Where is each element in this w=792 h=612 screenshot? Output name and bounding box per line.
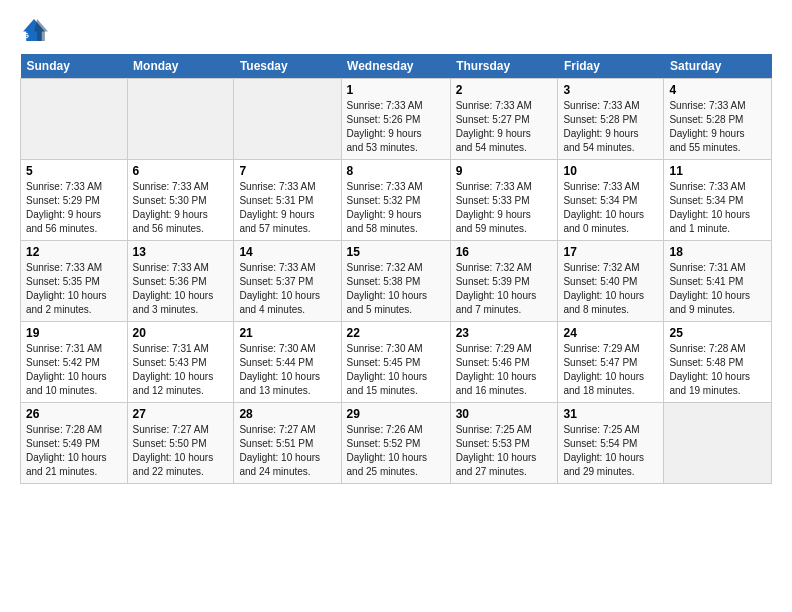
calendar-table: SundayMondayTuesdayWednesdayThursdayFrid… [20, 54, 772, 484]
logo-icon: G [20, 16, 48, 44]
day-info: Sunrise: 7:33 AM Sunset: 5:35 PM Dayligh… [26, 261, 122, 317]
day-info: Sunrise: 7:25 AM Sunset: 5:53 PM Dayligh… [456, 423, 553, 479]
calendar-cell: 22Sunrise: 7:30 AM Sunset: 5:45 PM Dayli… [341, 322, 450, 403]
calendar-cell: 19Sunrise: 7:31 AM Sunset: 5:42 PM Dayli… [21, 322, 128, 403]
day-info: Sunrise: 7:33 AM Sunset: 5:29 PM Dayligh… [26, 180, 122, 236]
day-info: Sunrise: 7:33 AM Sunset: 5:34 PM Dayligh… [563, 180, 658, 236]
day-info: Sunrise: 7:33 AM Sunset: 5:28 PM Dayligh… [669, 99, 766, 155]
day-info: Sunrise: 7:33 AM Sunset: 5:28 PM Dayligh… [563, 99, 658, 155]
day-number: 17 [563, 245, 658, 259]
day-info: Sunrise: 7:29 AM Sunset: 5:47 PM Dayligh… [563, 342, 658, 398]
day-info: Sunrise: 7:32 AM Sunset: 5:38 PM Dayligh… [347, 261, 445, 317]
week-row-1: 1Sunrise: 7:33 AM Sunset: 5:26 PM Daylig… [21, 79, 772, 160]
calendar-cell: 3Sunrise: 7:33 AM Sunset: 5:28 PM Daylig… [558, 79, 664, 160]
weekday-header-row: SundayMondayTuesdayWednesdayThursdayFrid… [21, 54, 772, 79]
calendar-cell [21, 79, 128, 160]
day-number: 31 [563, 407, 658, 421]
calendar-cell: 23Sunrise: 7:29 AM Sunset: 5:46 PM Dayli… [450, 322, 558, 403]
day-info: Sunrise: 7:27 AM Sunset: 5:51 PM Dayligh… [239, 423, 335, 479]
day-number: 8 [347, 164, 445, 178]
week-row-5: 26Sunrise: 7:28 AM Sunset: 5:49 PM Dayli… [21, 403, 772, 484]
header: G [20, 16, 772, 44]
day-info: Sunrise: 7:29 AM Sunset: 5:46 PM Dayligh… [456, 342, 553, 398]
calendar-cell: 11Sunrise: 7:33 AM Sunset: 5:34 PM Dayli… [664, 160, 772, 241]
day-number: 14 [239, 245, 335, 259]
day-number: 2 [456, 83, 553, 97]
calendar-cell: 5Sunrise: 7:33 AM Sunset: 5:29 PM Daylig… [21, 160, 128, 241]
calendar-cell: 17Sunrise: 7:32 AM Sunset: 5:40 PM Dayli… [558, 241, 664, 322]
day-number: 21 [239, 326, 335, 340]
day-number: 4 [669, 83, 766, 97]
day-info: Sunrise: 7:33 AM Sunset: 5:30 PM Dayligh… [133, 180, 229, 236]
day-number: 18 [669, 245, 766, 259]
weekday-header-friday: Friday [558, 54, 664, 79]
calendar-cell: 18Sunrise: 7:31 AM Sunset: 5:41 PM Dayli… [664, 241, 772, 322]
calendar-cell: 24Sunrise: 7:29 AM Sunset: 5:47 PM Dayli… [558, 322, 664, 403]
day-number: 25 [669, 326, 766, 340]
day-info: Sunrise: 7:33 AM Sunset: 5:33 PM Dayligh… [456, 180, 553, 236]
weekday-header-thursday: Thursday [450, 54, 558, 79]
day-number: 1 [347, 83, 445, 97]
day-number: 5 [26, 164, 122, 178]
day-info: Sunrise: 7:33 AM Sunset: 5:32 PM Dayligh… [347, 180, 445, 236]
calendar-cell: 1Sunrise: 7:33 AM Sunset: 5:26 PM Daylig… [341, 79, 450, 160]
day-number: 11 [669, 164, 766, 178]
day-number: 27 [133, 407, 229, 421]
day-info: Sunrise: 7:28 AM Sunset: 5:48 PM Dayligh… [669, 342, 766, 398]
day-info: Sunrise: 7:31 AM Sunset: 5:42 PM Dayligh… [26, 342, 122, 398]
day-info: Sunrise: 7:27 AM Sunset: 5:50 PM Dayligh… [133, 423, 229, 479]
day-info: Sunrise: 7:26 AM Sunset: 5:52 PM Dayligh… [347, 423, 445, 479]
weekday-header-tuesday: Tuesday [234, 54, 341, 79]
page: G SundayMondayTuesdayWednesdayThursdayFr… [0, 0, 792, 494]
calendar-cell: 12Sunrise: 7:33 AM Sunset: 5:35 PM Dayli… [21, 241, 128, 322]
day-info: Sunrise: 7:33 AM Sunset: 5:26 PM Dayligh… [347, 99, 445, 155]
day-info: Sunrise: 7:30 AM Sunset: 5:45 PM Dayligh… [347, 342, 445, 398]
day-number: 7 [239, 164, 335, 178]
calendar-cell: 14Sunrise: 7:33 AM Sunset: 5:37 PM Dayli… [234, 241, 341, 322]
calendar-cell: 26Sunrise: 7:28 AM Sunset: 5:49 PM Dayli… [21, 403, 128, 484]
calendar-cell: 28Sunrise: 7:27 AM Sunset: 5:51 PM Dayli… [234, 403, 341, 484]
day-number: 9 [456, 164, 553, 178]
day-number: 3 [563, 83, 658, 97]
day-number: 6 [133, 164, 229, 178]
day-number: 12 [26, 245, 122, 259]
calendar-cell: 20Sunrise: 7:31 AM Sunset: 5:43 PM Dayli… [127, 322, 234, 403]
calendar-cell: 31Sunrise: 7:25 AM Sunset: 5:54 PM Dayli… [558, 403, 664, 484]
week-row-2: 5Sunrise: 7:33 AM Sunset: 5:29 PM Daylig… [21, 160, 772, 241]
calendar-cell: 9Sunrise: 7:33 AM Sunset: 5:33 PM Daylig… [450, 160, 558, 241]
day-number: 19 [26, 326, 122, 340]
day-info: Sunrise: 7:32 AM Sunset: 5:40 PM Dayligh… [563, 261, 658, 317]
calendar-cell: 4Sunrise: 7:33 AM Sunset: 5:28 PM Daylig… [664, 79, 772, 160]
weekday-header-wednesday: Wednesday [341, 54, 450, 79]
logo: G [20, 16, 52, 44]
weekday-header-sunday: Sunday [21, 54, 128, 79]
day-info: Sunrise: 7:32 AM Sunset: 5:39 PM Dayligh… [456, 261, 553, 317]
weekday-header-saturday: Saturday [664, 54, 772, 79]
day-number: 13 [133, 245, 229, 259]
day-number: 15 [347, 245, 445, 259]
week-row-4: 19Sunrise: 7:31 AM Sunset: 5:42 PM Dayli… [21, 322, 772, 403]
day-number: 22 [347, 326, 445, 340]
day-number: 23 [456, 326, 553, 340]
day-number: 10 [563, 164, 658, 178]
day-info: Sunrise: 7:28 AM Sunset: 5:49 PM Dayligh… [26, 423, 122, 479]
calendar-cell: 6Sunrise: 7:33 AM Sunset: 5:30 PM Daylig… [127, 160, 234, 241]
calendar-cell: 8Sunrise: 7:33 AM Sunset: 5:32 PM Daylig… [341, 160, 450, 241]
calendar-cell [234, 79, 341, 160]
calendar-cell: 29Sunrise: 7:26 AM Sunset: 5:52 PM Dayli… [341, 403, 450, 484]
day-info: Sunrise: 7:33 AM Sunset: 5:37 PM Dayligh… [239, 261, 335, 317]
calendar-cell: 2Sunrise: 7:33 AM Sunset: 5:27 PM Daylig… [450, 79, 558, 160]
svg-text:G: G [23, 31, 29, 40]
day-number: 24 [563, 326, 658, 340]
day-number: 29 [347, 407, 445, 421]
day-number: 30 [456, 407, 553, 421]
calendar-cell: 10Sunrise: 7:33 AM Sunset: 5:34 PM Dayli… [558, 160, 664, 241]
calendar-cell [127, 79, 234, 160]
calendar-cell [664, 403, 772, 484]
calendar-cell: 21Sunrise: 7:30 AM Sunset: 5:44 PM Dayli… [234, 322, 341, 403]
day-info: Sunrise: 7:33 AM Sunset: 5:34 PM Dayligh… [669, 180, 766, 236]
day-number: 28 [239, 407, 335, 421]
calendar-cell: 25Sunrise: 7:28 AM Sunset: 5:48 PM Dayli… [664, 322, 772, 403]
day-info: Sunrise: 7:33 AM Sunset: 5:31 PM Dayligh… [239, 180, 335, 236]
calendar-cell: 16Sunrise: 7:32 AM Sunset: 5:39 PM Dayli… [450, 241, 558, 322]
